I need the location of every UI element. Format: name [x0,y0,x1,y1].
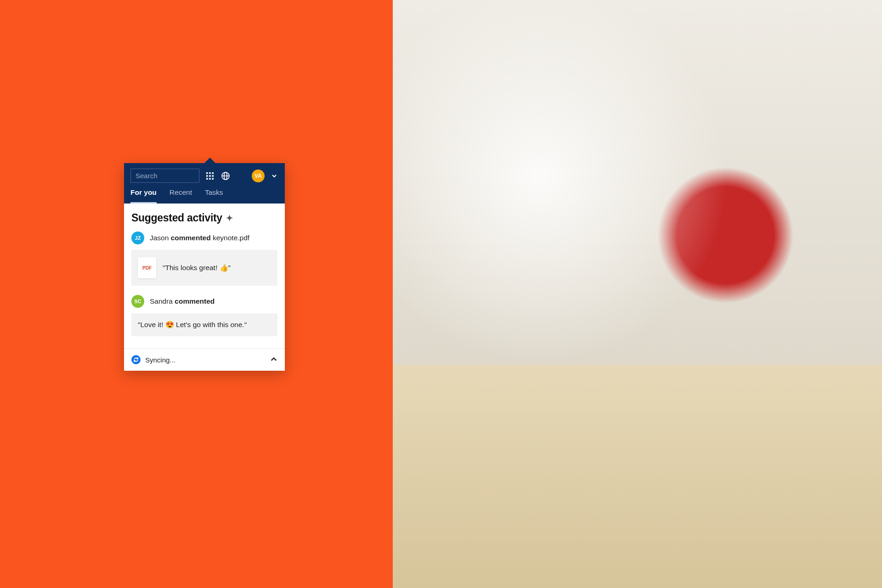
sparkle-icon: ✦ [226,213,233,223]
left-panel: VA For you Recent Tasks Suggested activi… [0,0,393,588]
tab-tasks[interactable]: Tasks [205,188,223,204]
svg-rect-5 [212,175,214,177]
hero-photo [393,0,882,588]
activity-actor: Sandra [150,297,173,305]
activity-row[interactable]: SC Sandra commented [131,295,277,308]
photo-table [393,365,882,588]
activity-object: keynote.pdf [213,234,249,242]
activity-verb: commented [175,297,215,305]
svg-rect-6 [206,178,208,180]
tab-recent[interactable]: Recent [170,188,192,204]
svg-rect-7 [209,178,211,180]
comment-text: "This looks great! 👍" [163,264,231,272]
apps-grid-icon[interactable] [205,171,215,181]
comment-text: "Love it! 😍 Let's go with this one." [138,321,247,329]
comment-card[interactable]: "Love it! 😍 Let's go with this one." [131,313,277,336]
popup-footer: Syncing... [124,348,285,371]
user-avatar[interactable]: VA [252,170,265,182]
header-toolbar: VA [130,169,278,188]
activity-summary: Jason commented keynote.pdf [150,234,249,242]
section-title-text: Suggested activity [131,212,222,224]
user-avatar-small: SC [131,295,144,308]
sync-status: Syncing... [145,356,175,364]
globe-icon[interactable] [220,171,231,181]
search-input[interactable] [130,169,199,183]
activity-summary: Sandra commented [150,297,215,305]
popup-body: Suggested activity ✦ JZ Jason commented … [124,204,285,348]
user-avatar-small: JZ [131,232,144,244]
pdf-thumb-icon: PDF [138,257,156,278]
activity-popup: VA For you Recent Tasks Suggested activi… [124,163,285,371]
account-menu-chevron-icon[interactable] [270,172,278,180]
activity-verb: commented [171,234,211,242]
tabs: For you Recent Tasks [130,188,278,204]
comment-card[interactable]: PDF "This looks great! 👍" [131,250,277,286]
svg-rect-3 [206,175,208,177]
activity-actor: Jason [150,234,169,242]
expand-chevron-icon[interactable] [270,356,277,364]
svg-rect-2 [212,172,214,174]
activity-row[interactable]: JZ Jason commented keynote.pdf [131,232,277,244]
svg-rect-8 [212,178,214,180]
popup-header: VA For you Recent Tasks [124,163,285,204]
popup-caret-icon [204,158,215,163]
tab-for-you[interactable]: For you [130,188,157,204]
svg-rect-0 [206,172,208,174]
sync-icon [131,355,141,364]
svg-rect-4 [209,175,211,177]
svg-rect-1 [209,172,211,174]
section-title: Suggested activity ✦ [131,212,277,224]
